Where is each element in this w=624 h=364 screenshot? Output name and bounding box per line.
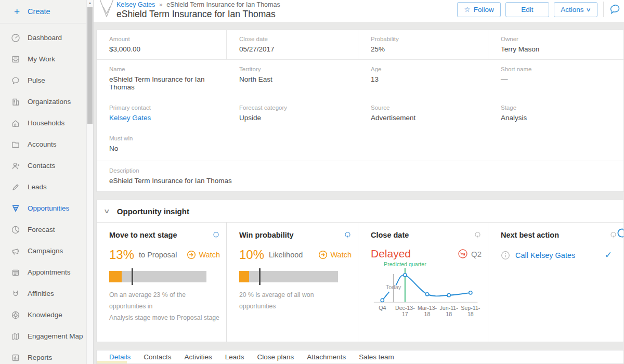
- breadcrumb-parent-link[interactable]: Kelsey Gates: [116, 1, 155, 8]
- field-label: Name: [109, 66, 222, 72]
- tab-activities[interactable]: Activities: [185, 353, 212, 361]
- card-title: Next best action: [501, 231, 559, 239]
- field-short-name: Short name —: [488, 60, 623, 98]
- create-label: Create: [28, 7, 50, 16]
- field-label: Short name: [501, 66, 618, 72]
- watch-link[interactable]: Watch: [318, 250, 352, 259]
- chat-icon[interactable]: [608, 3, 621, 16]
- sidebar-scrollbar[interactable]: ▲: [86, 0, 93, 364]
- breadcrumb: Kelsey Gates » eShield Term Insurance fo…: [116, 1, 280, 8]
- star-icon: ☆: [464, 5, 471, 14]
- tab-sales-team[interactable]: Sales team: [359, 353, 394, 361]
- field-value: North East: [239, 75, 353, 83]
- follow-button[interactable]: ☆ Follow: [457, 2, 501, 17]
- tab-leads[interactable]: Leads: [225, 353, 244, 361]
- field-label: Must win: [109, 135, 618, 141]
- field-label: Owner: [501, 36, 618, 42]
- x-tick-label: 18: [424, 311, 431, 317]
- field-label: Primary contact: [109, 105, 222, 111]
- hint-bulb-icon[interactable]: [474, 231, 482, 241]
- sidebar-item-forecast[interactable]: Forecast: [0, 219, 93, 240]
- field-label: Age: [371, 66, 483, 72]
- sidebar-item-label: Appointments: [28, 268, 71, 276]
- appointments-icon: [11, 268, 20, 277]
- field-label: Stage: [501, 105, 618, 111]
- engagement-map-icon: [11, 332, 20, 341]
- details-card: Amount $3,000.00 Close date 05/27/2017 P…: [96, 30, 624, 192]
- field-label: Amount: [109, 36, 221, 42]
- field-label: Close date: [239, 36, 353, 42]
- sidebar-item-affinities[interactable]: Affinities: [0, 283, 93, 304]
- opportunity-insight-panel: ∨ Opportunity insight Move to next stage…: [96, 200, 624, 342]
- sidebar-item-leads[interactable]: Leads: [0, 176, 93, 198]
- scrollbar-thumb[interactable]: [87, 7, 93, 124]
- sidebar-item-opportunities[interactable]: Opportunities: [0, 198, 93, 219]
- tab-details[interactable]: Details: [109, 353, 131, 361]
- x-tick-label: 17: [402, 311, 408, 317]
- my-work-icon: [11, 55, 20, 64]
- field-amount: Amount $3,000.00: [97, 30, 227, 59]
- card-title: Move to next stage: [109, 231, 177, 239]
- opportunities-icon: [11, 204, 20, 213]
- field-value: eShield Term Insurance for Ian Thomas: [109, 177, 618, 185]
- progress-fill: [239, 271, 249, 282]
- sidebar-item-reports[interactable]: Reports: [0, 347, 93, 364]
- sidebar-item-knowledge[interactable]: Knowledge: [0, 304, 93, 326]
- sidebar-item-dashboard[interactable]: Dashboard: [0, 27, 93, 48]
- collapse-chevron-icon[interactable]: ∨: [103, 207, 110, 215]
- field-close-date: Close date 05/27/2017: [227, 30, 358, 59]
- field-forecast-category: Forecast category Upside: [227, 98, 358, 129]
- tab-attachments[interactable]: Attachments: [307, 353, 346, 361]
- primary-contact-link[interactable]: Kelsey Gates: [109, 114, 222, 122]
- hint-bulb-icon[interactable]: [344, 231, 352, 241]
- sidebar-item-contacts[interactable]: Contacts: [0, 155, 93, 176]
- field-value: $3,000.00: [109, 45, 221, 53]
- details-section-highlight: [97, 361, 127, 363]
- leads-icon: [11, 183, 20, 192]
- x-tick-label: 18: [467, 311, 474, 317]
- accept-action-check-icon[interactable]: ✓: [605, 250, 612, 261]
- edit-button[interactable]: Edit: [505, 2, 549, 17]
- today-label: Today: [386, 284, 401, 290]
- x-tick-label: Sep-11-: [461, 305, 480, 311]
- tab-contacts[interactable]: Contacts: [144, 353, 171, 361]
- field-value: 13: [371, 75, 483, 83]
- create-button[interactable]: + Create: [0, 0, 93, 23]
- field-name: Name eShield Term Insurance for Ian Thom…: [97, 60, 227, 98]
- sidebar-item-accounts[interactable]: Accounts: [0, 134, 93, 155]
- sidebar-item-pulse[interactable]: Pulse: [0, 70, 93, 91]
- field-label: Source: [371, 105, 483, 111]
- insight-cards: Move to next stage 13% to Proposal Watch: [97, 223, 623, 342]
- info-icon[interactable]: [501, 251, 510, 260]
- pulse-icon: [11, 76, 20, 85]
- scrollbar-up-arrow[interactable]: ▲: [87, 0, 93, 5]
- tab-close-plans[interactable]: Close plans: [257, 353, 294, 361]
- insight-header: ∨ Opportunity insight: [97, 200, 623, 223]
- sidebar-item-households[interactable]: Households: [0, 112, 93, 134]
- field-territory: Territory North East: [227, 60, 358, 98]
- sidebar-item-label: Organizations: [28, 98, 71, 106]
- sidebar-item-engagement-map[interactable]: Engagement Map: [0, 326, 93, 347]
- watch-link[interactable]: Watch: [187, 250, 220, 259]
- close-date-card: Close date Delayed Q2 Predicted quarter: [358, 223, 488, 342]
- sidebar-item-campaigns[interactable]: Campaigns: [0, 240, 93, 262]
- sidebar-item-organizations[interactable]: Organizations: [0, 91, 93, 112]
- accounts-icon: [11, 140, 20, 149]
- card-title: Win probability: [239, 231, 294, 239]
- hint-bulb-icon[interactable]: [212, 231, 220, 241]
- chevron-down-icon: ∨: [586, 7, 591, 12]
- sidebar-item-appointments[interactable]: Appointments: [0, 262, 93, 283]
- field-owner: Owner Terry Mason: [488, 30, 623, 59]
- reports-icon: [11, 353, 20, 362]
- actions-button[interactable]: Actions ∨: [554, 2, 597, 17]
- predicted-quarter-label: Predicted quarter: [384, 261, 426, 267]
- hint-bulb-icon[interactable]: [609, 231, 617, 241]
- delayed-icon: [458, 249, 468, 259]
- x-tick-label: 18: [446, 311, 452, 317]
- insight-title: Opportunity insight: [117, 207, 189, 216]
- sidebar-item-my-work[interactable]: My Work: [0, 48, 93, 70]
- next-best-action-link[interactable]: Call Kelsey Gates: [515, 251, 575, 259]
- sidebar-item-label: Reports: [28, 354, 52, 361]
- likelihood-label: Likelihood: [269, 251, 303, 259]
- field-probability: Probability 25%: [358, 30, 488, 59]
